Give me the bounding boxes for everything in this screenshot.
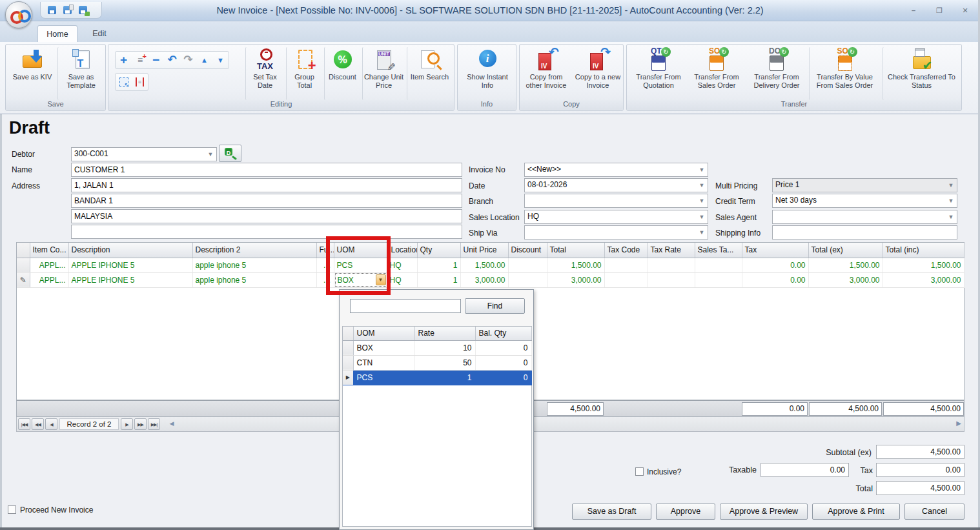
chevron-down-icon[interactable]: ▼ — [697, 196, 706, 206]
cell-item-code[interactable]: APPL... — [30, 258, 68, 272]
insert-row-icon[interactable]: ≡+ — [132, 52, 148, 68]
sales-agent-combo[interactable]: ▼ — [772, 210, 957, 224]
col-description[interactable]: Description — [68, 243, 192, 258]
move-down-icon[interactable]: ▼ — [212, 52, 229, 68]
col-total-ex[interactable]: Total (ex) — [808, 243, 883, 258]
item-search-button[interactable]: Item Search — [407, 47, 452, 100]
save-as-template-button[interactable]: T Save as Template — [57, 47, 104, 100]
chevron-down-icon[interactable]: ▼ — [206, 150, 215, 159]
minimize-button[interactable]: – — [905, 5, 922, 15]
approve-and-print-button[interactable]: Approve & Print — [812, 504, 900, 520]
save-and-new-icon[interactable] — [78, 5, 88, 15]
col-unit-price[interactable]: Unit Price — [460, 243, 508, 258]
cell-location[interactable]: HQ — [388, 272, 417, 287]
cell-discount[interactable] — [508, 272, 547, 287]
save-icon[interactable] — [47, 5, 57, 15]
nav-prev-page-button[interactable]: ◀◀ — [32, 418, 44, 430]
address-line2-field[interactable] — [71, 194, 462, 208]
col-total[interactable]: Total — [547, 243, 604, 258]
cell-qty[interactable]: 1 — [417, 258, 460, 272]
cell-total[interactable]: 1,500.00 — [547, 258, 604, 272]
date-picker[interactable]: 08-01-2026 ▼ — [524, 178, 708, 192]
add-row-icon[interactable]: + — [116, 52, 132, 68]
col-item-code[interactable]: Item Co... — [30, 243, 68, 258]
col-tax-code[interactable]: Tax Code — [604, 243, 648, 258]
chevron-down-icon[interactable]: ▼ — [697, 165, 706, 175]
cell-unit-price[interactable]: 1,500.00 — [460, 258, 508, 272]
cell-total-inc[interactable]: 3,000.00 — [883, 272, 964, 287]
address-line3-field[interactable] — [71, 209, 462, 223]
chevron-down-icon[interactable]: ▼ — [697, 228, 706, 238]
cell-location[interactable]: HQ — [388, 258, 417, 272]
cell-total-ex[interactable]: 3,000.00 — [808, 272, 883, 287]
redo-icon[interactable]: ↷ — [180, 52, 196, 68]
uom-col-rate[interactable]: Rate — [414, 327, 475, 340]
set-tax-date-button[interactable]: TAX Set Tax Date — [245, 47, 284, 100]
list-item-selected[interactable]: ▶ PCS 1 0 — [343, 370, 531, 385]
cancel-button[interactable]: Cancel — [904, 504, 965, 520]
invoice-no-combo[interactable]: <<New>> ▼ — [524, 163, 708, 177]
proceed-new-invoice-checkbox[interactable] — [8, 505, 16, 514]
cell-description2[interactable]: apple iphone 5 — [192, 272, 316, 287]
cell-total[interactable]: 3,000.00 — [547, 272, 604, 287]
cell-tax-rate[interactable] — [648, 258, 695, 272]
remove-row-icon[interactable]: − — [148, 52, 164, 68]
list-item[interactable]: CTN 50 0 — [343, 355, 531, 370]
uom-cell-uom[interactable]: BOX — [353, 340, 414, 355]
debtor-combo[interactable]: 300-C001 ▼ — [71, 147, 217, 161]
select-range-icon[interactable]: ↖ — [116, 74, 132, 90]
cell-discount[interactable] — [508, 258, 547, 272]
nav-next-button[interactable]: ▶ — [121, 418, 133, 430]
uom-cell-bal[interactable]: 0 — [475, 355, 531, 370]
list-item[interactable]: BOX 10 0 — [343, 340, 531, 355]
address-line1-field[interactable] — [71, 178, 462, 192]
uom-cell-rate[interactable]: 50 — [414, 355, 475, 370]
nav-next-page-button[interactable]: ▶▶ — [134, 418, 147, 430]
undo-icon[interactable]: ↶ — [164, 52, 180, 68]
inclusive-checkbox[interactable] — [635, 467, 644, 476]
save-as-draft-button[interactable]: Save as Draft — [572, 504, 651, 520]
table-row[interactable]: ✎ APPL... APPLE IPHONE 5 apple iphone 5 … — [17, 272, 964, 287]
scroll-left-arrow[interactable]: ◀ — [165, 418, 178, 430]
check-transferred-button[interactable]: Check Transferred To Status — [883, 47, 960, 100]
cell-tax-rate[interactable] — [648, 272, 695, 287]
cell-tax[interactable]: 0.00 — [742, 258, 808, 272]
uom-cell-rate[interactable]: 1 — [414, 370, 475, 385]
chevron-down-icon[interactable]: ▼ — [697, 212, 706, 222]
close-button[interactable]: ✕ — [957, 5, 974, 15]
cell-description[interactable]: APPLE IPHONE 5 — [68, 272, 192, 287]
nav-first-button[interactable]: |◀◀ — [18, 418, 30, 430]
save-as-icon[interactable] — [63, 5, 73, 15]
change-unit-price-button[interactable]: UNIT Change Unit Price — [362, 47, 405, 100]
approve-and-preview-button[interactable]: Approve & Preview — [720, 504, 808, 520]
show-instant-info-button[interactable]: i Show Instant Info — [460, 47, 515, 100]
find-button[interactable]: Find — [465, 298, 525, 314]
uom-cell-uom[interactable]: PCS — [353, 370, 414, 385]
sales-location-combo[interactable]: HQ ▼ — [524, 210, 708, 224]
nav-last-button[interactable]: ▶▶| — [148, 418, 160, 430]
cell-sales-tax[interactable] — [695, 258, 742, 272]
uom-col-uom[interactable]: UOM — [353, 327, 414, 340]
uom-cell-bal[interactable]: 0 — [475, 340, 531, 355]
group-total-button[interactable]: Group Total — [286, 47, 322, 100]
transfer-by-value-button[interactable]: SO Transfer By Value From Sales Order — [809, 47, 880, 100]
col-location[interactable]: Location — [388, 243, 417, 258]
cell-description[interactable]: APPLE IPHONE 5 — [68, 258, 192, 272]
cell-tax-code[interactable] — [604, 272, 648, 287]
cell-tax[interactable]: 0.00 — [742, 272, 808, 287]
col-discount[interactable]: Discount — [508, 243, 547, 258]
col-description2[interactable]: Description 2 — [192, 243, 316, 258]
cell-total-ex[interactable]: 1,500.00 — [808, 258, 883, 272]
uom-cell-uom[interactable]: CTN — [353, 355, 414, 370]
discount-button[interactable]: % Discount — [324, 47, 360, 100]
transfer-from-quotation-button[interactable]: QT Transfer From Quotation — [631, 47, 686, 100]
shipping-info-field[interactable] — [772, 225, 957, 240]
ship-via-combo[interactable]: ▼ — [524, 225, 708, 240]
transfer-from-delivery-order-button[interactable]: DO Transfer From Delivery Order — [747, 47, 806, 100]
cell-tax-code[interactable] — [604, 258, 648, 272]
uom-col-bal-qty[interactable]: Bal. Qty — [475, 327, 531, 340]
cell-sales-tax[interactable] — [695, 272, 742, 287]
cell-item-code[interactable]: APPL... — [30, 272, 68, 287]
save-as-kiv-button[interactable]: Save as KIV — [8, 47, 56, 100]
copy-to-new-invoice-button[interactable]: IV Copy to a new Invoice — [573, 47, 623, 100]
